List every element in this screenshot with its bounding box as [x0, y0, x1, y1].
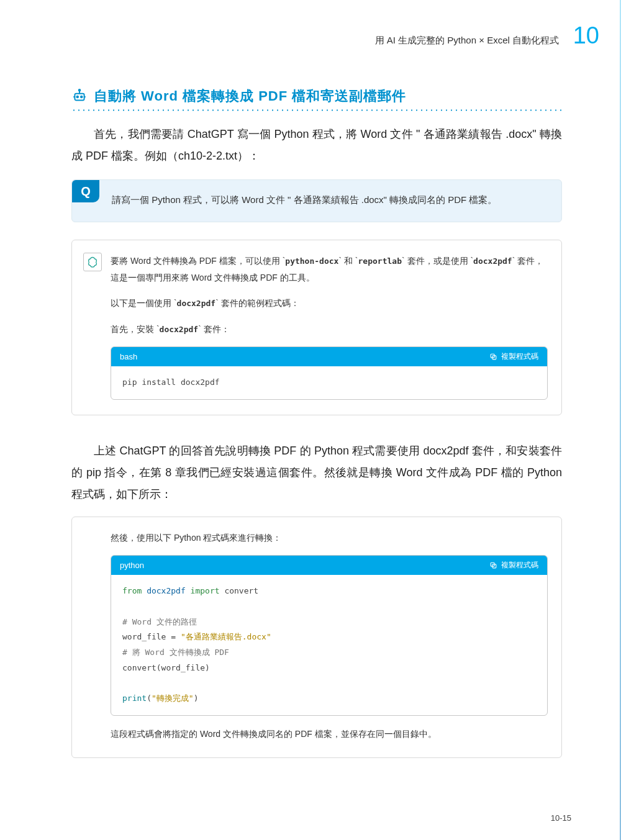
copy-icon — [489, 353, 497, 361]
mid-paragraph: 上述 ChatGPT 的回答首先說明轉換 PDF 的 Python 程式需要使用… — [71, 440, 562, 505]
copy-label: 複製程式碼 — [501, 560, 538, 571]
q-badge: Q — [72, 180, 99, 202]
answer2-intro: 然後，使用以下 Python 程式碼來進行轉換： — [111, 530, 548, 546]
code-block-python: python 複製程式碼 from docx2pdf import conver… — [111, 555, 548, 716]
answer1-line2: 以下是一個使用 `docx2pdf` 套件的範例程式碼： — [111, 295, 548, 312]
running-head: 用 AI 生成完整的 Python × Excel 自動化程式 — [375, 35, 559, 47]
copy-icon — [489, 561, 497, 569]
code-lang-label: python — [120, 561, 144, 570]
dotted-divider — [71, 109, 562, 111]
copy-label: 複製程式碼 — [501, 351, 538, 362]
section-heading-row: 自動將 Word 檔案轉換成 PDF 檔和寄送副檔郵件 — [71, 87, 562, 106]
robot-icon — [71, 88, 88, 104]
svg-point-1 — [76, 96, 78, 98]
copy-code-button[interactable]: 複製程式碼 — [489, 351, 538, 362]
code-lang-label: bash — [120, 352, 137, 361]
code-content: pip install docx2pdf — [111, 366, 547, 399]
intro-paragraph: 首先，我們需要請 ChatGPT 寫一個 Python 程式，將 Word 文件… — [71, 124, 562, 167]
answer1-line1: 要將 Word 文件轉換為 PDF 檔案，可以使用 `python-docx` … — [111, 253, 548, 287]
code-block-bash: bash 複製程式碼 pip install docx2pdf — [111, 346, 548, 400]
answer2-footer: 這段程式碼會將指定的 Word 文件轉換成同名的 PDF 檔案，並保存在同一個目… — [111, 726, 548, 743]
section-title: 自動將 Word 檔案轉換成 PDF 檔和寄送副檔郵件 — [94, 87, 406, 106]
answer-card-2: 然後，使用以下 Python 程式碼來進行轉換： python 複製程式碼 fr… — [71, 517, 562, 758]
prompt-text: 請寫一個 Python 程式，可以將 Word 文件 " 各通路業績報告 .do… — [112, 194, 497, 205]
svg-point-2 — [81, 96, 83, 98]
page-number: 10-15 — [551, 813, 571, 823]
chapter-number: 10 — [573, 22, 599, 49]
page: 用 AI 生成完整的 Python × Excel 自動化程式 10 自動將 W… — [0, 0, 621, 840]
code-content: from docx2pdf import convert # Word 文件的路… — [111, 575, 547, 715]
answer-card-1: 要將 Word 文件轉換為 PDF 檔案，可以使用 `python-docx` … — [71, 240, 562, 415]
content-area: 自動將 Word 檔案轉換成 PDF 檔和寄送副檔郵件 首先，我們需要請 Cha… — [0, 25, 621, 758]
answer1-line3: 首先，安裝 `docx2pdf` 套件： — [111, 321, 548, 338]
copy-code-button[interactable]: 複製程式碼 — [489, 560, 538, 571]
chatgpt-logo-icon — [83, 253, 102, 271]
prompt-box: Q 請寫一個 Python 程式，可以將 Word 文件 " 各通路業績報告 .… — [71, 179, 562, 222]
svg-point-4 — [79, 89, 81, 91]
code-header: bash 複製程式碼 — [111, 347, 547, 366]
code-header: python 複製程式碼 — [111, 556, 547, 575]
